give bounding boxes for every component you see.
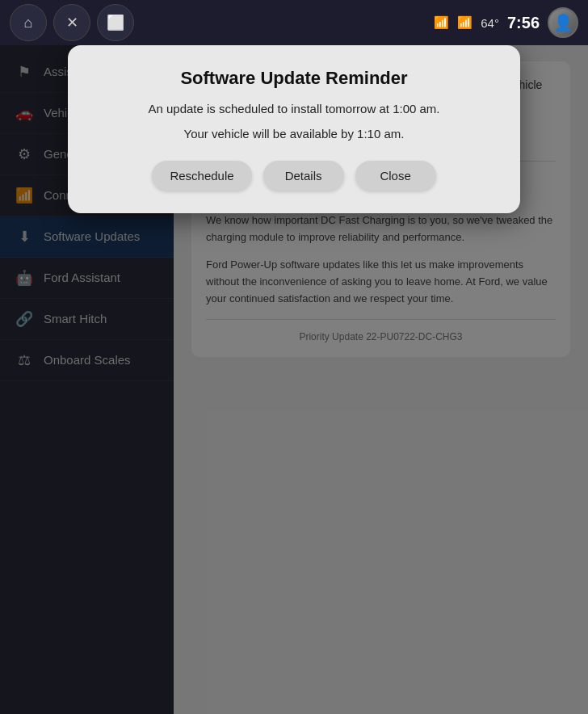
close-modal-button[interactable]: Close (355, 161, 436, 191)
wifi-icon: 📶 (434, 15, 449, 30)
status-bar: ⌂ ✕ ⬜ 📶 📶 64° 7:56 👤 (0, 0, 588, 45)
avatar-icon: 👤 (553, 13, 573, 32)
home-button[interactable]: ⌂ (10, 4, 47, 41)
signal-icon: 📶 (457, 15, 472, 30)
screen-button[interactable]: ⬜ (97, 4, 134, 41)
nav-controls: ⌂ ✕ ⬜ (10, 4, 134, 41)
avatar[interactable]: 👤 (548, 7, 578, 38)
modal-line1: An update is scheduled to install tomorr… (97, 100, 491, 119)
close-button[interactable]: ✕ (53, 4, 90, 41)
home-icon: ⌂ (24, 15, 33, 32)
modal-line2: Your vehicle will be available by 1:10 a… (97, 125, 491, 144)
modal-title: Software Update Reminder (97, 68, 491, 89)
close-icon: ✕ (66, 14, 78, 32)
modal-buttons: Reschedule Details Close (97, 161, 491, 191)
screen-icon: ⬜ (107, 14, 124, 32)
reschedule-button[interactable]: Reschedule (152, 161, 251, 191)
modal-card: Software Update Reminder An update is sc… (68, 45, 520, 213)
time-display: 7:56 (507, 14, 540, 32)
status-indicators: 📶 📶 64° 7:56 👤 (434, 7, 578, 38)
details-button[interactable]: Details (263, 161, 344, 191)
temperature: 64° (481, 16, 499, 30)
modal-overlay: Software Update Reminder An update is sc… (0, 0, 588, 714)
